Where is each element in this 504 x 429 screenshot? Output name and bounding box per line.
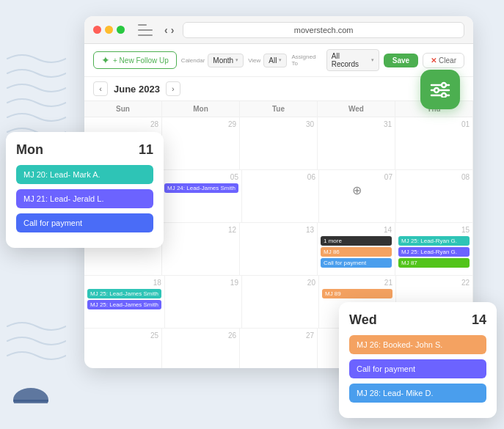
new-follow-up-button[interactable]: ✦ + New Follow Up xyxy=(93,51,177,69)
assigned-select-group: Assigned To All Records ▾ xyxy=(291,49,379,71)
calendar-value: Month xyxy=(213,56,233,65)
calendar-nav: ‹ June 2023 › xyxy=(84,77,473,101)
popup-wed-card: Wed 14 MJ 26: Booked- John S. Call for p… xyxy=(339,302,497,418)
header-mon: Mon xyxy=(162,101,240,117)
assigned-select[interactable]: All Records ▾ xyxy=(326,49,379,71)
svg-point-7 xyxy=(442,93,446,98)
cal-event-18b[interactable]: MJ 25: Lead-James Smith xyxy=(87,300,161,309)
save-label: Save xyxy=(392,56,409,65)
cal-cell-27[interactable]: 27 xyxy=(240,329,318,368)
cal-event-mj25a[interactable]: MJ 25: Lead-Ryan G. xyxy=(398,236,470,246)
x-icon: ✕ xyxy=(431,56,437,65)
back-arrow[interactable]: ‹ xyxy=(164,24,168,36)
clear-button[interactable]: ✕ Clear xyxy=(423,53,464,68)
assigned-label: Assigned To xyxy=(291,54,323,67)
cal-cell-06[interactable]: 06 xyxy=(242,170,319,223)
cal-cell-07[interactable]: 07 ⊕ xyxy=(319,170,396,223)
popup-wed-day: Wed xyxy=(349,312,377,328)
popup-mon-date: 11 xyxy=(139,142,153,158)
chevron-down-icon-2: ▾ xyxy=(279,57,282,63)
plus-icon: ✦ xyxy=(101,55,110,65)
next-month-button[interactable]: › xyxy=(166,81,180,96)
toolbar: ✦ + New Follow Up Calendar Month ▾ View … xyxy=(84,44,473,77)
traffic-lights xyxy=(93,26,125,34)
cal-event-mj86[interactable]: MJ 86 xyxy=(321,247,392,257)
sidebar-toggle-icon[interactable] xyxy=(138,24,153,36)
view-label: View xyxy=(248,57,260,64)
popup-mon-event-3[interactable]: Call for payment xyxy=(16,213,153,232)
cal-event[interactable]: MJ 24: Lead-James Smith xyxy=(164,183,238,193)
popup-wed-date: 14 xyxy=(472,312,486,328)
cal-event-mj25b[interactable]: MJ 25: Lead-Ryan G. xyxy=(398,247,470,257)
popup-wed-event-2[interactable]: Call for payment xyxy=(349,359,486,378)
crosshair-icon: ⊕ xyxy=(352,183,362,197)
view-select-group: View All ▾ xyxy=(248,54,287,67)
cal-cell-20[interactable]: 20 xyxy=(242,276,319,329)
nav-arrows: ‹ › xyxy=(164,24,174,36)
calendar-header-row: Sun Mon Tue Wed Thu xyxy=(84,101,473,117)
cal-cell-13[interactable]: 13 xyxy=(240,223,318,276)
browser-titlebar: ‹ › moverstech.com xyxy=(84,16,473,44)
cal-event-call-payment[interactable]: Call for payment xyxy=(321,258,392,268)
cal-event-18a[interactable]: MJ 25: Lead-James Smith xyxy=(87,289,161,298)
view-select[interactable]: All ▾ xyxy=(263,54,287,67)
svg-point-3 xyxy=(442,83,446,87)
cal-cell-26[interactable]: 26 xyxy=(162,329,240,368)
tl-red[interactable] xyxy=(93,26,101,34)
popup-mon-event-2[interactable]: MJ 21: Lead- Jerald L. xyxy=(16,189,153,208)
cal-cell-29[interactable]: 29 xyxy=(162,117,240,170)
svg-rect-1 xyxy=(13,400,48,402)
cal-cell-25[interactable]: 25 xyxy=(84,329,162,368)
address-bar[interactable]: moverstech.com xyxy=(183,22,464,38)
assigned-value: All Records xyxy=(332,52,369,68)
cal-cell-01[interactable]: 01 xyxy=(395,117,473,170)
cal-cell-15[interactable]: 15 MJ 25: Lead-Ryan G. MJ 25: Lead-Ryan … xyxy=(395,223,473,276)
clear-label: Clear xyxy=(439,56,456,65)
cal-event-more[interactable]: 1 more xyxy=(321,236,392,246)
svg-point-5 xyxy=(434,88,439,92)
filter-icon xyxy=(430,81,450,98)
header-sun: Sun xyxy=(84,101,162,117)
popup-mon-card: Mon 11 MJ 20: Lead- Mark A. MJ 21: Lead-… xyxy=(6,132,164,248)
cal-event-mj87[interactable]: MJ 87 xyxy=(398,258,470,268)
decorative-waves-bottom xyxy=(0,312,66,385)
cal-cell-18[interactable]: 18 MJ 25: Lead-James Smith MJ 25: Lead-J… xyxy=(84,276,165,329)
popup-mon-day: Mon xyxy=(16,142,43,158)
tl-yellow[interactable] xyxy=(105,26,113,34)
popup-mon-event-1[interactable]: MJ 20: Lead- Mark A. xyxy=(16,165,153,184)
popup-mon-header: Mon 11 xyxy=(16,142,153,158)
save-button[interactable]: Save xyxy=(384,54,418,67)
tl-green[interactable] xyxy=(117,26,125,34)
prev-month-button[interactable]: ‹ xyxy=(93,81,108,96)
header-tue: Tue xyxy=(240,101,318,117)
chevron-down-icon-3: ▾ xyxy=(371,57,374,63)
calendar-select-group: Calendar Month ▾ xyxy=(181,54,244,67)
calendar-label: Calendar xyxy=(181,57,205,64)
cal-cell-19[interactable]: 19 xyxy=(165,276,242,329)
calendar-select[interactable]: Month ▾ xyxy=(208,54,244,67)
month-year-label: June 2023 xyxy=(114,84,160,95)
cal-cell-31[interactable]: 31 xyxy=(318,117,395,170)
bottom-left-decoration xyxy=(11,378,51,403)
cal-event-mj89[interactable]: MJ 89 xyxy=(322,289,392,298)
popup-wed-header: Wed 14 xyxy=(349,312,486,328)
chevron-down-icon: ▾ xyxy=(235,57,238,63)
view-value: All xyxy=(269,56,277,65)
cal-cell-30[interactable]: 30 xyxy=(240,117,318,170)
new-follow-up-label: + New Follow Up xyxy=(113,56,169,65)
popup-wed-event-1[interactable]: MJ 26: Booked- John S. xyxy=(349,335,486,354)
filter-settings-button[interactable] xyxy=(420,70,460,109)
popup-wed-event-3[interactable]: MJ 28: Lead- Mike D. xyxy=(349,384,486,403)
cal-cell-14[interactable]: 14 1 more MJ 86 Call for payment xyxy=(318,223,395,276)
forward-arrow[interactable]: › xyxy=(171,24,175,36)
cal-cell-08[interactable]: 08 xyxy=(396,170,473,223)
url-text: moverstech.com xyxy=(294,26,354,34)
cal-cell-12[interactable]: 12 xyxy=(162,223,240,276)
cal-cell-05[interactable]: 05 MJ 24: Lead-James Smith xyxy=(161,170,242,223)
header-wed: Wed xyxy=(318,101,395,117)
